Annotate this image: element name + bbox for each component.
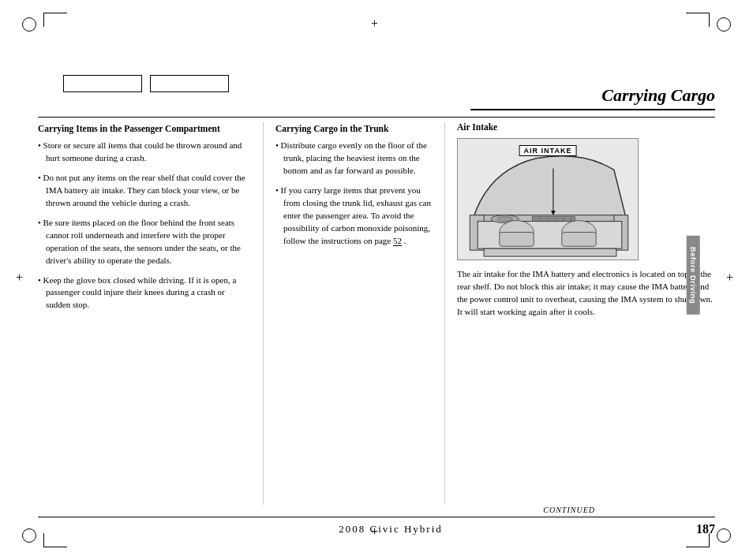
svg-rect-18: [562, 232, 596, 246]
main-content: Carrying Items in the Passenger Compartm…: [38, 122, 715, 505]
left-section-title: Carrying Items in the Passenger Compartm…: [38, 122, 251, 135]
svg-rect-6: [532, 217, 575, 222]
corner-mark-br: [717, 528, 731, 543]
left-bullet-2: Do not put any items on the rear shelf t…: [38, 172, 251, 210]
air-intake-title: Air Intake: [457, 122, 715, 132]
footer-vehicle: 2008 Civic Hybrid: [339, 523, 443, 536]
left-bullet-3: Be sure items placed on the floor behind…: [38, 217, 251, 267]
cross-top: [371, 21, 382, 32]
bottom-bar: 2008 Civic Hybrid 187: [38, 517, 715, 536]
left-bullet-1: Store or secure all items that could be …: [38, 140, 251, 165]
col-right: Air Intake AIR INTAKE: [444, 122, 715, 505]
page-title: Carrying Cargo: [601, 85, 715, 105]
tab-boxes: [63, 75, 229, 92]
col-left: Carrying Items in the Passenger Compartm…: [38, 122, 263, 505]
air-intake-diagram-label: AIR INTAKE: [519, 145, 577, 156]
tab-box-2: [150, 75, 229, 92]
svg-rect-5: [484, 248, 616, 256]
before-driving-label: Before Driving: [686, 236, 699, 315]
car-sketch-svg: [458, 139, 638, 259]
cross-right: [726, 274, 737, 286]
svg-point-13: [497, 217, 513, 222]
cross-left: [16, 274, 27, 286]
page-title-area: Carrying Cargo: [470, 85, 715, 110]
page-number: 187: [696, 522, 715, 536]
page-link[interactable]: 52: [393, 236, 402, 246]
col-middle: Carrying Cargo in the Trunk Distribute c…: [263, 122, 444, 505]
page-wrapper: Carrying Cargo Carrying Items in the Pas…: [0, 0, 753, 560]
title-divider: [38, 117, 715, 118]
tab-box-1: [63, 75, 142, 92]
svg-rect-17: [500, 232, 534, 246]
bracket-tl: [43, 13, 67, 27]
corner-mark-bl: [22, 528, 36, 543]
middle-section-title: Carrying Cargo in the Trunk: [275, 122, 433, 135]
air-intake-diagram: AIR INTAKE: [457, 138, 639, 260]
continued-text: CONTINUED: [543, 506, 595, 514]
middle-bullet-1: Distribute cargo evenly on the floor of …: [275, 140, 433, 177]
corner-mark-tr: [717, 17, 731, 32]
middle-bullet-2: If you carry large items that prevent yo…: [275, 185, 433, 248]
bracket-tr: [686, 13, 710, 27]
air-intake-description: The air intake for the IMA battery and e…: [457, 268, 715, 319]
corner-mark-tl: [22, 17, 36, 32]
left-bullet-4: Keep the glove box closed while driving.…: [38, 274, 251, 312]
